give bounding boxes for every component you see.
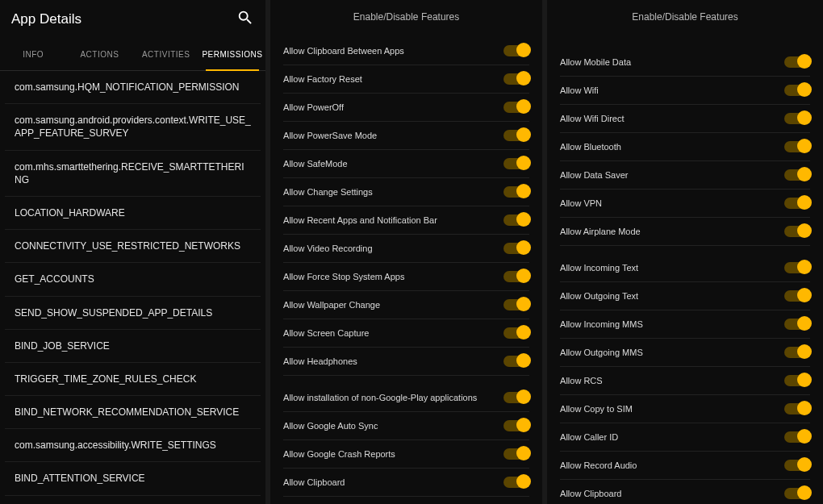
feature-row: Allow Caller ID (560, 423, 810, 452)
feature-label: Allow PowerSave Mode (283, 131, 377, 140)
feature-toggle[interactable] (503, 158, 529, 169)
permission-item[interactable]: com.mhs.smarttethering.RECEIVE_SMARTTETH… (5, 151, 261, 197)
permission-item[interactable]: TRIGGER_TIME_ZONE_RULES_CHECK (5, 363, 261, 396)
feature-row: Allow Wifi Direct (560, 105, 810, 133)
feature-label: Allow Outgoing MMS (560, 348, 643, 357)
permission-item[interactable]: com.samsung.HQM_NOTIFICATION_PERMISSION (5, 71, 261, 104)
feature-toggle[interactable] (503, 186, 529, 198)
feature-label: Allow Recent Apps and Notification Bar (283, 215, 437, 225)
feature-label: Allow Google Auto Sync (283, 421, 378, 431)
feature-label: Allow SafeMode (283, 159, 348, 169)
feature-label: Allow Data Saver (560, 170, 628, 180)
feature-row: Allow Wifi (560, 77, 810, 105)
feature-toggle[interactable] (784, 56, 810, 68)
feature-toggle[interactable] (784, 141, 810, 152)
feature-toggle[interactable] (784, 113, 810, 124)
tab-bar: INFOACTIONSACTIVITIESPERMISSIONS (0, 39, 265, 71)
feature-row: Allow Google Crash Reports (283, 440, 529, 469)
permission-item[interactable]: BIND_NETWORK_RECOMMENDATION_SERVICE (5, 396, 261, 429)
feature-row: Allow Incoming MMS (560, 310, 810, 339)
permission-item[interactable]: GET_ACCOUNTS (5, 263, 261, 296)
feature-row: Allow PowerOff (283, 94, 529, 122)
permission-item[interactable]: CONTROL_VPN (5, 496, 261, 504)
feature-list[interactable]: Allow Mobile DataAllow WifiAllow Wifi Di… (547, 37, 823, 504)
feature-row: Allow Clipboard (283, 469, 529, 497)
feature-row: Allow Headphones (283, 348, 529, 376)
feature-label: Allow Video Recording (283, 244, 372, 253)
feature-row: Allow Recent Apps and Notification Bar (283, 206, 529, 235)
feature-toggle[interactable] (784, 488, 810, 499)
feature-toggle[interactable] (784, 431, 810, 443)
feature-label: Allow Factory Reset (283, 74, 362, 84)
page-title: App Details (11, 11, 81, 27)
permission-item[interactable]: BIND_ATTENTION_SERVICE (5, 462, 261, 495)
feature-toggle[interactable] (503, 45, 529, 56)
feature-row: Allow Outgoing Text (560, 282, 810, 310)
tab-permissions[interactable]: PERMISSIONS (199, 39, 265, 70)
feature-toggle[interactable] (784, 262, 810, 273)
feature-toggle[interactable] (784, 375, 810, 386)
feature-label: Allow Google Crash Reports (283, 449, 395, 459)
permissions-list[interactable]: com.samsung.HQM_NOTIFICATION_PERMISSIONc… (0, 71, 265, 504)
section-header: Enable/Disable Features (270, 0, 542, 37)
permission-item[interactable]: SEND_SHOW_SUSPENDED_APP_DETAILS (5, 297, 261, 330)
feature-toggle[interactable] (784, 403, 810, 414)
feature-row: Allow Data Saver (560, 161, 810, 190)
feature-toggle[interactable] (503, 448, 529, 460)
feature-toggle[interactable] (784, 198, 810, 209)
feature-list[interactable]: Allow Clipboard Between AppsAllow Factor… (270, 37, 542, 504)
feature-toggle[interactable] (503, 477, 529, 488)
permission-item[interactable]: CONNECTIVITY_USE_RESTRICTED_NETWORKS (5, 230, 261, 263)
permission-item[interactable]: BIND_JOB_SERVICE (5, 330, 261, 363)
search-icon[interactable] (236, 9, 254, 30)
feature-row: Allow Mobile Data (560, 48, 810, 77)
feature-toggle[interactable] (784, 226, 810, 237)
feature-row: Allow Factory Reset (283, 65, 529, 94)
feature-toggle[interactable] (784, 85, 810, 96)
feature-label: Allow Force Stop System Apps (283, 272, 404, 281)
feature-row: Allow Change Settings (283, 178, 529, 206)
feature-label: Allow Mobile Data (560, 57, 631, 67)
app-details-panel: App Details INFOACTIONSACTIVITIESPERMISS… (0, 0, 265, 504)
feature-toggle[interactable] (784, 319, 810, 330)
feature-toggle[interactable] (503, 73, 529, 85)
feature-label: Allow RCS (560, 376, 603, 385)
feature-row: Allow Wallpaper Change (283, 291, 529, 319)
feature-toggle[interactable] (784, 347, 810, 358)
feature-toggle[interactable] (503, 215, 529, 226)
tab-info[interactable]: INFO (0, 39, 66, 70)
feature-label: Allow Clipboard (560, 489, 621, 498)
feature-label: Allow Bluetooth (560, 142, 621, 152)
feature-label: Allow Wallpaper Change (283, 300, 380, 310)
feature-toggle[interactable] (503, 356, 529, 367)
feature-toggle[interactable] (503, 392, 529, 403)
feature-label: Allow Screen Capture (283, 328, 369, 338)
feature-label: Allow Incoming MMS (560, 319, 643, 329)
tab-activities[interactable]: ACTIVITIES (133, 39, 199, 70)
feature-toggle[interactable] (784, 460, 810, 471)
feature-toggle[interactable] (784, 290, 810, 302)
feature-row: Allow Airplane Mode (560, 218, 810, 246)
feature-toggle[interactable] (784, 169, 810, 181)
feature-label: Allow Clipboard Between Apps (283, 46, 404, 56)
feature-toggle[interactable] (503, 130, 529, 141)
feature-label: Allow Airplane Mode (560, 227, 641, 236)
feature-toggle[interactable] (503, 243, 529, 254)
feature-row: Allow Bluetooth (560, 133, 810, 161)
permission-item[interactable]: com.samsung.accessibility.WRITE_SETTINGS (5, 429, 261, 462)
feature-label: Allow Change Settings (283, 187, 373, 197)
feature-toggle[interactable] (503, 102, 529, 113)
permission-item[interactable]: com.samsung.android.providers.context.WR… (5, 104, 261, 150)
feature-row: Allow Video Recording (283, 235, 529, 263)
tab-actions[interactable]: ACTIONS (66, 39, 132, 70)
feature-label: Allow Headphones (283, 356, 357, 366)
feature-label: Allow Incoming Text (560, 263, 638, 273)
feature-label: Allow installation of non-Google-Play ap… (283, 393, 477, 402)
feature-toggle[interactable] (503, 271, 529, 282)
feature-toggle[interactable] (503, 327, 529, 339)
feature-toggle[interactable] (503, 420, 529, 431)
permission-item[interactable]: LOCATION_HARDWARE (5, 197, 261, 230)
feature-row: Allow RCS (560, 367, 810, 395)
feature-toggle[interactable] (503, 299, 529, 310)
feature-label: Allow PowerOff (283, 102, 344, 112)
